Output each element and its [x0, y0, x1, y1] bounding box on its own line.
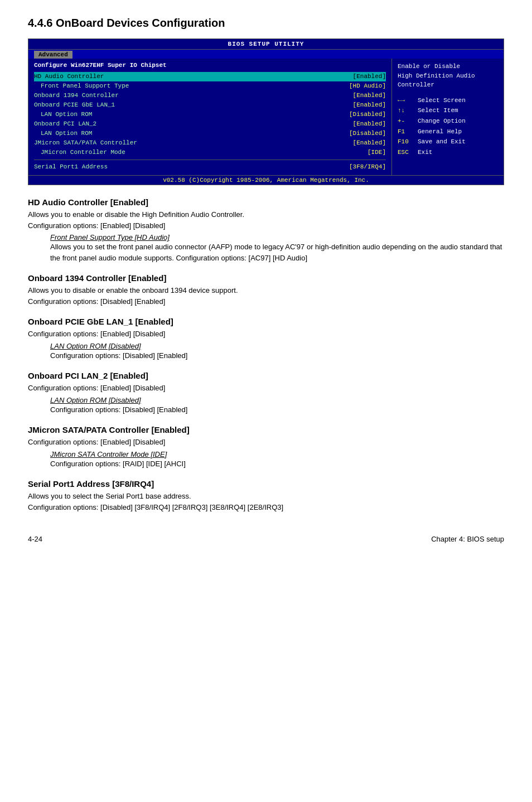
bios-key-sym: ESC [398, 147, 413, 158]
bios-section-title: Configure Win627EHF Super IO Chipset [34, 62, 386, 69]
bios-key-sym: F1 [398, 127, 413, 137]
section-heading: HD Audio Controller [Enabled] [28, 197, 504, 207]
section-heading: Onboard 1394 Controller [Enabled] [28, 273, 504, 283]
bios-key-sym: ↑↓ [398, 105, 413, 116]
bios-keys: ←→Select Screen↑↓Select Item+-Change Opt… [398, 95, 498, 158]
subsection-body: Configuration options: [Disabled] [Enabl… [50, 350, 504, 361]
bios-key-desc: Select Screen [418, 95, 466, 106]
bios-footer: v02.58 (C)Copyright 1985-2006, American … [28, 175, 504, 185]
bios-key-desc: General Help [418, 127, 462, 137]
subsection: JMicron SATA Controller Mode [IDE]Config… [50, 450, 504, 470]
bios-key-row: F10Save and Exit [398, 137, 498, 147]
section-body: Allows you to enable or disable the High… [28, 209, 504, 231]
section-body: Allows you to disable or enable the onbo… [28, 285, 504, 307]
bios-key-row: ESCExit [398, 147, 498, 158]
bios-row-label: HD Audio Controller [34, 72, 104, 81]
bios-row-label: Onboard PCI LAN_2 [34, 119, 96, 129]
subsection: LAN Option ROM [Disabled]Configuration o… [50, 342, 504, 361]
bios-key-row: ↑↓Select Item [398, 105, 498, 116]
bios-row-value: [IDE] [367, 148, 386, 157]
bios-row: LAN Option ROM[Disabled] [34, 110, 386, 119]
subsection-title: Front Panel Support Type [HD Audio] [50, 233, 504, 241]
bios-key-desc: Change Option [418, 116, 466, 127]
bios-tab-advanced[interactable]: Advanced [34, 51, 72, 59]
bios-key-row: ←→Select Screen [398, 95, 498, 106]
footer-right: Chapter 4: BIOS setup [431, 535, 504, 543]
section-heading: Onboard PCI LAN_2 [Enabled] [28, 371, 504, 380]
section-heading: Onboard PCIE GbE LAN_1 [Enabled] [28, 317, 504, 326]
bios-key-row: F1General Help [398, 127, 498, 137]
subsection: Front Panel Support Type [HD Audio]Allow… [50, 233, 504, 263]
page-title: 4.4.6 OnBoard Devices Configuration [28, 17, 504, 30]
bios-serial-row: Serial Port1 Address [3F8/IRQ4] [34, 162, 386, 172]
subsection-title: JMicron SATA Controller Mode [IDE] [50, 450, 504, 458]
bios-row: Front Panel Support Type[HD Audio] [34, 81, 386, 91]
sections-container: HD Audio Controller [Enabled]Allows you … [28, 197, 504, 513]
bios-row-label: Onboard PCIE GbE LAN_1 [34, 100, 115, 110]
bios-row-value: [HD Audio] [349, 81, 386, 91]
section-heading: JMicron SATA/PATA Controller [Enabled] [28, 425, 504, 434]
bios-row: HD Audio Controller[Enabled] [34, 72, 386, 81]
bios-row-value: [Disabled] [349, 110, 386, 119]
bios-key-sym: F10 [398, 137, 413, 147]
subsection-body: Allows you to set the front panel audio … [50, 241, 504, 263]
bios-row: Onboard PCI LAN_2[Enabled] [34, 119, 386, 129]
bios-title-bar: BIOS SETUP UTILITY [28, 39, 504, 50]
section-body: Configuration options: [Enabled] [Disabl… [28, 437, 504, 448]
bios-row-label: JMicron SATA/PATA Controller [34, 138, 137, 148]
section-body: Allows you to select the Serial Port1 ba… [28, 491, 504, 513]
bios-key-row: +-Change Option [398, 116, 498, 127]
bios-tab-bar: Advanced [28, 50, 504, 59]
bios-help-text: Enable or Disable High Definition Audio … [398, 62, 498, 90]
subsection: LAN Option ROM [Disabled]Configuration o… [50, 396, 504, 416]
bios-row: JMicron SATA/PATA Controller[Enabled] [34, 138, 386, 148]
bios-row-label: LAN Option ROM [34, 129, 92, 138]
bios-row-value: [Enabled] [353, 138, 386, 148]
section-body: Configuration options: [Enabled] [Disabl… [28, 383, 504, 394]
bios-key-desc: Save and Exit [418, 137, 466, 147]
footer-left: 4-24 [28, 535, 42, 543]
bios-serial-value: [3F8/IRQ4] [349, 162, 386, 172]
bios-separator [34, 160, 386, 160]
bios-row: Onboard 1394 Controller[Enabled] [34, 91, 386, 100]
bios-key-desc: Select Item [418, 105, 458, 116]
bios-left-panel: Configure Win627EHF Super IO Chipset HD … [28, 59, 392, 175]
subsection-title: LAN Option ROM [Disabled] [50, 342, 504, 350]
bios-row-label: LAN Option ROM [34, 110, 92, 119]
bios-row-value: [Enabled] [353, 72, 386, 81]
bios-row-label: Onboard 1394 Controller [34, 91, 119, 100]
bios-row: JMicron Controller Mode[IDE] [34, 148, 386, 157]
bios-row-value: [Enabled] [353, 100, 386, 110]
section-heading: Serial Port1 Address [3F8/IRQ4] [28, 479, 504, 489]
subsection-title: LAN Option ROM [Disabled] [50, 396, 504, 404]
bios-row-value: [Enabled] [353, 119, 386, 129]
subsection-body: Configuration options: [RAID] [IDE] [AHC… [50, 458, 504, 470]
subsection-body: Configuration options: [Disabled] [Enabl… [50, 404, 504, 416]
bios-right-panel: Enable or Disable High Definition Audio … [392, 59, 504, 175]
bios-row-value: [Enabled] [353, 91, 386, 100]
bios-box: BIOS SETUP UTILITY Advanced Configure Wi… [28, 38, 504, 185]
bios-key-desc: Exit [418, 147, 432, 158]
bios-row: LAN Option ROM[Disabled] [34, 129, 386, 138]
bios-key-sym: +- [398, 116, 413, 127]
bios-row: Onboard PCIE GbE LAN_1[Enabled] [34, 100, 386, 110]
bios-serial-label: Serial Port1 Address [34, 162, 108, 172]
bios-row-value: [Disabled] [349, 129, 386, 138]
page-footer: 4-24 Chapter 4: BIOS setup [28, 535, 504, 543]
bios-row-label: Front Panel Support Type [34, 81, 129, 91]
bios-key-sym: ←→ [398, 95, 413, 106]
section-body: Configuration options: [Enabled] [Disabl… [28, 328, 504, 340]
bios-row-label: JMicron Controller Mode [34, 148, 125, 157]
